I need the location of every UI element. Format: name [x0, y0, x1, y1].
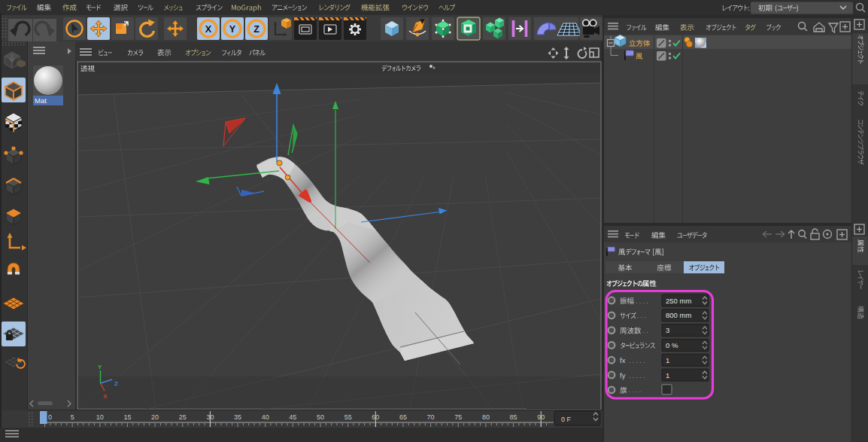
svg-text:80: 80 — [482, 413, 490, 421]
svg-text:5: 5 — [71, 413, 74, 421]
svg-text:1: 1 — [666, 371, 669, 380]
svg-text:Mat: Mat — [35, 96, 47, 105]
svg-text:70: 70 — [427, 413, 435, 421]
svg-text:3: 3 — [666, 326, 669, 334]
svg-text:. . . .: . . . . — [629, 386, 642, 394]
svg-text:85: 85 — [510, 413, 517, 421]
svg-text:40: 40 — [262, 413, 269, 421]
svg-text:20: 20 — [151, 413, 159, 421]
svg-text:0 F: 0 F — [561, 416, 572, 423]
svg-text:. .: . . — [643, 327, 648, 334]
svg-text:X: X — [205, 24, 212, 35]
svg-text:X: X — [103, 393, 108, 400]
svg-text:35: 35 — [234, 413, 241, 421]
svg-text:fx: fx — [620, 356, 626, 364]
svg-text:Y: Y — [98, 364, 102, 370]
svg-text:55: 55 — [344, 413, 352, 421]
svg-text:0 %: 0 % — [666, 341, 678, 349]
svg-text:Z: Z — [114, 380, 118, 387]
svg-text:. . . .: . . . . — [636, 297, 648, 305]
svg-text:1: 1 — [666, 356, 669, 364]
svg-text:15: 15 — [123, 413, 131, 421]
svg-text:0: 0 — [48, 413, 52, 421]
svg-text:25: 25 — [179, 413, 187, 421]
svg-text:. . . . .: . . . . . — [629, 357, 645, 364]
svg-text:. . . . .: . . . . . — [629, 372, 645, 380]
svg-text:Z: Z — [253, 24, 259, 35]
svg-text:65: 65 — [399, 413, 407, 421]
svg-text:50: 50 — [317, 413, 324, 421]
svg-text:75: 75 — [454, 413, 462, 421]
svg-text:800 mm: 800 mm — [666, 311, 691, 319]
svg-text:fy: fy — [620, 371, 626, 380]
svg-text:. . .: . . . — [637, 312, 646, 319]
svg-text:10: 10 — [96, 413, 104, 421]
svg-text:Y: Y — [229, 24, 236, 35]
svg-text:45: 45 — [289, 413, 296, 421]
svg-text:250 mm: 250 mm — [666, 297, 691, 305]
